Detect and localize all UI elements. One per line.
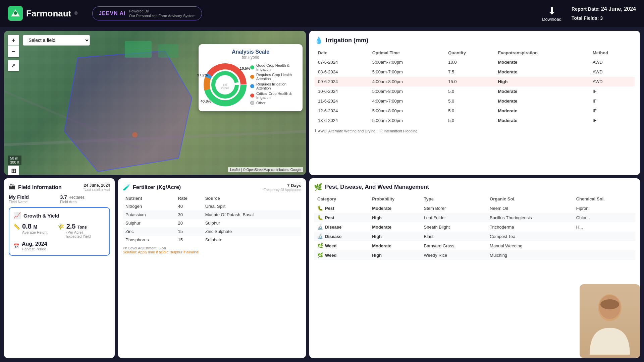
- irr-col-date: Date: [315, 48, 369, 57]
- fert-row: Phosphorus15Sulphate: [123, 236, 301, 244]
- pest-chemical: [573, 250, 635, 260]
- pest-type: Sheath Blight: [420, 222, 486, 232]
- pest-category: 🌿Weed: [314, 250, 369, 260]
- irr-time: 5:00am-7:00pm: [369, 67, 445, 77]
- fert-nutrient: Sulphur: [123, 219, 175, 227]
- donut-chart: 5% Other 97.2% 10.5% 40.8%: [203, 63, 247, 107]
- field-select[interactable]: Select a field: [23, 35, 90, 46]
- irr-time: 5:00am-8:00pm: [369, 106, 445, 116]
- field-area-value: 3.7 Hectares: [60, 194, 110, 200]
- pest-col-prob: Probability: [369, 194, 420, 203]
- irr-method: IF: [589, 86, 635, 96]
- powered-text: Powered By Our Personalized Farm Advisor…: [129, 9, 196, 18]
- total-fields-label: Total Fields:: [572, 15, 599, 21]
- download-button[interactable]: ⬇ Download: [542, 5, 561, 22]
- jeevn-logo: JEEVN Ai: [99, 10, 125, 16]
- irr-qty: 10.0: [445, 57, 494, 67]
- irr-time: 5:00am-8:00pm: [369, 116, 445, 125]
- pest-prob: High: [369, 232, 420, 241]
- irrigation-row: 07-6-2024 5:00am-7:00pm 10.0 Moderate AW…: [315, 57, 635, 67]
- irrigation-panel: 💧 Irrigation (mm) Date Optimal Time Quan…: [309, 31, 640, 175]
- analysis-scale-popup: Analysis Scale for Hybrid: [199, 44, 303, 111]
- fert-col-source: Source: [203, 194, 301, 202]
- map-container: + − ⤢ ⊞ Select a field 50 m 300 ft Leafl…: [4, 31, 306, 175]
- pest-row: 🐛Pest Moderate Stem Borer Neem Oil Fipro…: [314, 203, 635, 213]
- pest-chemical: H...: [573, 222, 635, 232]
- irrigation-row: 12-6-2024 5:00am-8:00pm 5.0 Moderate IF: [315, 106, 635, 116]
- irr-col-evap: Evapotranspiration: [495, 48, 589, 57]
- field-area-label: Field Area: [60, 200, 110, 204]
- layers-button[interactable]: ⊞: [8, 166, 19, 175]
- farmonaut-logo-icon: [8, 6, 23, 21]
- legend-item-3: Critical Crop Health & Irrigation: [256, 92, 298, 100]
- zoom-out-button[interactable]: −: [8, 46, 19, 57]
- irr-col-method: Method: [589, 48, 635, 57]
- pest-row: 🐛Pest High Leaf Folder Bacillus Thuringi…: [314, 213, 635, 222]
- pest-organic: Neem Oil: [486, 203, 573, 213]
- irrigation-table: Date Optimal Time Quantity Evapotranspir…: [315, 48, 635, 125]
- fert-row: Zinc15Zinc Sulphate: [123, 227, 301, 236]
- avatar-silhouette: [580, 284, 640, 358]
- irr-qty: 7.5: [445, 67, 494, 77]
- pct-40-label: 40.8%: [201, 99, 211, 103]
- pest-organic: Compost Tea: [486, 232, 573, 241]
- report-info: Report Date: 24 June, 2024 Total Fields:…: [572, 4, 636, 22]
- analysis-legend: Good Crop Health & Irrigation Requires C…: [250, 63, 298, 106]
- header-right: ⬇ Download Report Date: 24 June, 2024 To…: [542, 4, 636, 22]
- video-widget: [580, 284, 640, 358]
- irrigation-row: 10-6-2024 5:00am-8:00pm 5.0 Moderate IF: [315, 86, 635, 96]
- fert-row: Nitrogen40Urea, Split: [123, 202, 301, 210]
- jeevn-badge: JEEVN Ai Powered By Our Personalized Far…: [92, 6, 202, 21]
- fert-rate: 20: [175, 219, 203, 227]
- irrigation-row: 09-6-2024 4:00am-8:00pm 15.0 High AWD: [315, 77, 635, 86]
- pest-prob: Moderate: [369, 222, 420, 232]
- report-date-label: Report Date:: [572, 6, 600, 12]
- irr-date: 07-6-2024: [315, 57, 369, 67]
- fert-rate: 15: [175, 236, 203, 244]
- irr-time: 5:00am-8:00pm: [369, 86, 445, 96]
- irr-date: 10-6-2024: [315, 86, 369, 96]
- field-info-date: 24 June, 2024: [84, 183, 110, 188]
- irr-date: 09-6-2024: [315, 77, 369, 86]
- pest-type: Weedy Rice: [420, 250, 486, 260]
- fertilizer-panel: 🧪 Fertilizer (Kg/Acre) 7 Days *Frequency…: [118, 178, 306, 358]
- map-attribution: Leaflet | © OpenStreetMap contributors, …: [228, 167, 303, 172]
- pest-col-type: Type: [420, 194, 486, 203]
- pest-row: 🔬Disease Moderate Sheath Blight Trichode…: [314, 222, 635, 232]
- growth-title: Growth & Yield: [23, 213, 59, 219]
- pest-icon: 🌿: [314, 183, 322, 191]
- irr-evap: Moderate: [495, 86, 589, 96]
- analysis-scale-title: Analysis Scale: [203, 49, 298, 55]
- fertilizer-header: 🧪 Fertilizer (Kg/Acre) 7 Days *Frequency…: [123, 183, 301, 192]
- irr-date: 13-6-2024: [315, 116, 369, 125]
- fullscreen-button[interactable]: ⤢: [8, 60, 19, 71]
- irr-time: 4:00am-7:00pm: [369, 96, 445, 106]
- irr-method: AWD: [589, 57, 635, 67]
- growth-header: 📈 Growth & Yield: [13, 212, 105, 219]
- field-info-header: 🏔 Field Information 24 June, 2024 *Last …: [9, 183, 110, 191]
- pct-97-label: 97.2%: [197, 73, 208, 77]
- growth-yield-panel: 📈 Growth & Yield 📏 0.8 M Average Height: [9, 207, 110, 256]
- fert-nutrient: Zinc: [123, 227, 175, 236]
- bottom-panels: 🏔 Field Information 24 June, 2024 *Last …: [4, 178, 306, 358]
- irr-evap: Moderate: [495, 96, 589, 106]
- legend-item-0: Good Crop Health & Irrigation: [256, 63, 298, 71]
- download-icon: ⬇: [548, 5, 556, 17]
- pest-prob: High: [369, 250, 420, 260]
- fert-rate: 30: [175, 210, 203, 219]
- pest-row: 🌿Weed Moderate Barnyard Grass Manual Wee…: [314, 241, 635, 250]
- zoom-in-button[interactable]: +: [8, 35, 19, 46]
- pest-row: 🌿Weed High Weedy Rice Mulching: [314, 250, 635, 260]
- svg-rect-11: [158, 44, 178, 58]
- svg-text:5%: 5%: [223, 83, 227, 86]
- analysis-scale-subtitle: for Hybrid: [203, 55, 298, 60]
- logo-reg: ®: [74, 11, 77, 16]
- svg-point-1: [14, 11, 17, 15]
- pest-chemical: Fipronil: [573, 203, 635, 213]
- pest-organic: Mulching: [486, 250, 573, 260]
- fertilizer-title: Fertilizer (Kg/Acre): [133, 184, 181, 190]
- fert-row: Sulphur20Sulphur: [123, 219, 301, 227]
- field-name-value: My Field: [9, 194, 59, 200]
- pest-type: Stem Borer: [420, 203, 486, 213]
- height-icon: 📏: [13, 224, 20, 230]
